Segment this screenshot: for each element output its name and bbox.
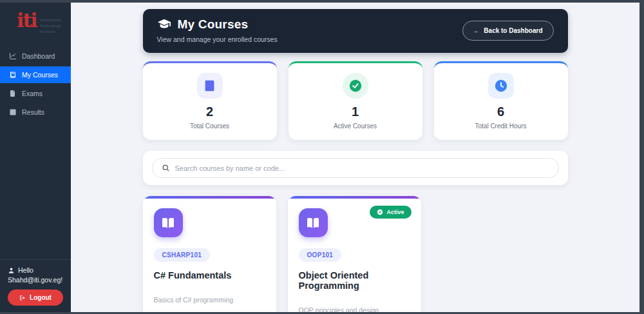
stat-label: Active Courses	[295, 123, 416, 130]
sidebar-item-dashboard[interactable]: Dashboard	[0, 48, 71, 64]
page-header-card: My Courses View and manage your enrolled…	[143, 9, 568, 53]
back-to-dashboard-button[interactable]: ← Back to Dashboard	[462, 21, 553, 41]
open-book-icon	[160, 215, 176, 231]
sidebar-item-label: My Courses	[22, 71, 58, 79]
search-card	[143, 151, 568, 185]
check-circle-icon	[377, 209, 383, 215]
user-email: Shahd@iti.gov.eg!	[8, 276, 63, 284]
search-input[interactable]	[175, 164, 549, 172]
user-greeting: Hello	[8, 266, 63, 274]
sidebar-item-label: Exams	[22, 90, 43, 97]
sidebar-item-my-courses[interactable]: My Courses	[0, 66, 71, 83]
courses-grid: CSHARP101 C# Fundamentals Basics of C# p…	[143, 196, 568, 312]
search-box[interactable]	[152, 158, 559, 178]
logout-button[interactable]: Logout	[8, 289, 63, 306]
stat-label: Total Credit Hours	[440, 123, 562, 130]
iti-logo-text: Information Technology Institute	[40, 12, 61, 35]
arrow-left-icon: ←	[473, 27, 480, 34]
app-window: iti Information Technology Institute Das…	[0, 3, 639, 312]
iti-logo: iti Information Technology Institute	[0, 3, 71, 41]
stat-value: 2	[149, 104, 270, 119]
sidebar-item-exams[interactable]: Exams	[0, 85, 71, 102]
course-card-csharp101[interactable]: CSHARP101 C# Fundamentals Basics of C# p…	[143, 196, 276, 312]
sidebar: iti Information Technology Institute Das…	[0, 3, 71, 312]
page-subtitle: View and manage your enrolled courses	[157, 35, 278, 43]
open-book-icon	[305, 215, 321, 231]
sidebar-item-results[interactable]: Results	[0, 104, 71, 121]
book-icon	[203, 79, 217, 93]
sidebar-item-label: Dashboard	[22, 52, 55, 60]
active-status-badge: Active	[370, 206, 411, 219]
scrollbar[interactable]	[639, 3, 644, 312]
chart-line-icon	[9, 52, 17, 60]
stat-label: Total Courses	[149, 123, 270, 130]
clock-icon	[494, 79, 508, 93]
sidebar-item-label: Results	[22, 108, 44, 116]
main-content: My Courses View and manage your enrolled…	[71, 3, 639, 312]
file-text-icon	[9, 90, 17, 97]
iti-logo-mark: iti	[17, 12, 37, 29]
stat-value: 1	[295, 104, 416, 119]
check-circle-icon	[348, 79, 363, 93]
sidebar-nav: Dashboard My Courses Exams Results	[0, 48, 71, 121]
course-tile	[299, 208, 328, 237]
stats-row: 2 Total Courses 1 Active Courses 6 Total…	[143, 61, 568, 140]
course-title: C# Fundamentals	[154, 270, 265, 280]
stat-card-total-credit-hours: 6 Total Credit Hours	[434, 61, 568, 140]
sidebar-user-section: Hello Shahd@iti.gov.eg! Logout	[0, 259, 71, 312]
stat-card-active-courses: 1 Active Courses	[289, 61, 422, 140]
course-description: OOP principles and design	[299, 306, 410, 312]
person-icon	[8, 267, 15, 274]
book-icon	[9, 71, 17, 79]
course-tile	[154, 208, 183, 237]
logout-icon	[19, 295, 26, 301]
course-code-badge: OOP101	[299, 248, 342, 262]
clipboard-chart-icon	[9, 108, 17, 116]
course-card-oop101[interactable]: Active OOP101 Object Oriented Programmin…	[288, 196, 421, 312]
page-title: My Courses	[178, 17, 249, 32]
course-code-badge: CSHARP101	[154, 248, 211, 262]
graduation-cap-icon	[157, 17, 171, 32]
course-title: Object Oriented Programming	[299, 270, 410, 291]
search-icon	[162, 164, 170, 172]
stat-card-total-courses: 2 Total Courses	[143, 61, 277, 140]
page-header-text: My Courses View and manage your enrolled…	[157, 17, 278, 43]
stat-value: 6	[440, 104, 562, 119]
course-description: Basics of C# programming	[154, 296, 265, 304]
